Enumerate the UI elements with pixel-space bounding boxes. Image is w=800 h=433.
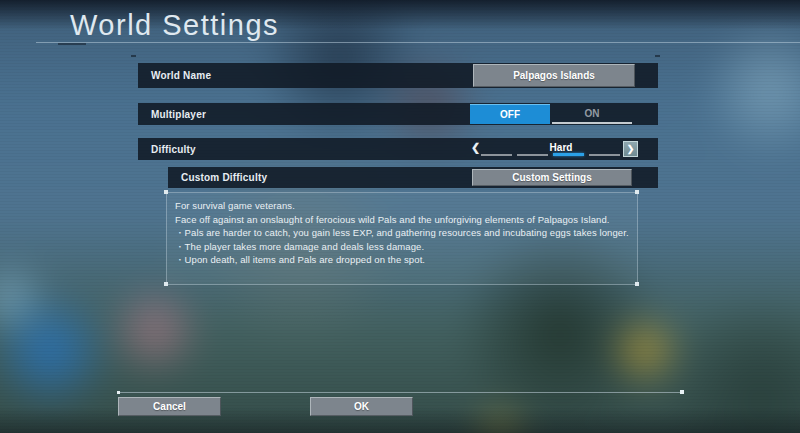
description-line: For survival game veterans. [175,199,629,213]
desc-corner-mark [164,190,168,194]
description-line: ・Pals are harder to catch, you gain less… [175,226,629,240]
cancel-button[interactable]: Cancel [118,397,221,416]
description-line: ・The player takes more damage and deals … [175,240,629,254]
difficulty-description-box: For survival game veterans. Face off aga… [166,192,638,285]
world-name-button[interactable]: Palpagos Islands [473,64,635,87]
difficulty-segment-4 [589,154,620,156]
difficulty-segment-2 [517,154,548,156]
difficulty-segment-1 [481,154,512,156]
setting-row-difficulty: Difficulty ❮ Hard ❯ [138,138,658,160]
footer-divider-cap-left [117,391,120,394]
footer-divider [118,392,683,393]
world-settings-screen: World Settings World Name Palpagos Islan… [0,0,800,433]
custom-settings-button[interactable]: Custom Settings [472,169,632,186]
difficulty-label: Difficulty [138,144,196,155]
ok-button[interactable]: OK [310,397,413,416]
world-name-label: World Name [138,70,211,81]
setting-row-multiplayer: Multiplayer OFF ON [138,103,658,125]
panel-corner-tick-left [131,55,136,57]
desc-corner-mark [164,282,168,286]
difficulty-segment-3-active [553,153,584,156]
difficulty-next-arrow-button[interactable]: ❯ [623,141,638,157]
multiplayer-label: Multiplayer [138,109,206,120]
description-line: ・Upon death, all items and Pals are drop… [175,253,629,267]
title-divider [36,42,800,43]
multiplayer-on-button[interactable]: ON [552,104,632,124]
setting-row-world-name: World Name Palpagos Islands [138,63,658,88]
page-title: World Settings [70,9,279,42]
footer-divider-cap-right [680,390,684,394]
panel-corner-tick-right [655,55,660,57]
difficulty-prev-arrow-icon[interactable]: ❮ [471,141,480,154]
custom-difficulty-label: Custom Difficulty [168,172,267,183]
description-line: Face off against an onslaught of ferocio… [175,213,629,227]
title-divider-notch [58,43,86,45]
desc-corner-mark [635,190,639,194]
multiplayer-off-button[interactable]: OFF [470,104,550,124]
setting-row-custom-difficulty: Custom Difficulty Custom Settings [168,167,658,188]
desc-corner-mark [635,282,639,286]
difficulty-slider[interactable] [481,152,620,156]
